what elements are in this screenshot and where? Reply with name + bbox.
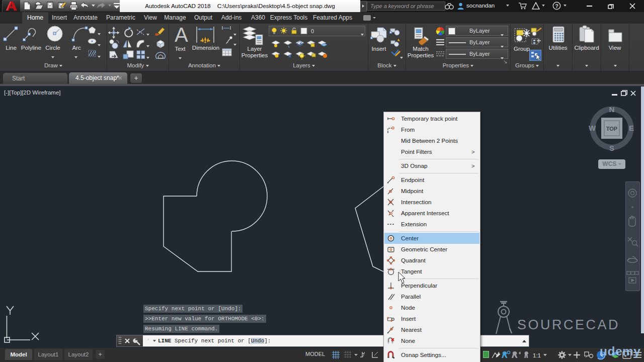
svg-text:1:1: 1:1: [533, 352, 541, 358]
svg-text:?: ?: [555, 3, 558, 9]
svg-text:0: 0: [311, 28, 314, 34]
